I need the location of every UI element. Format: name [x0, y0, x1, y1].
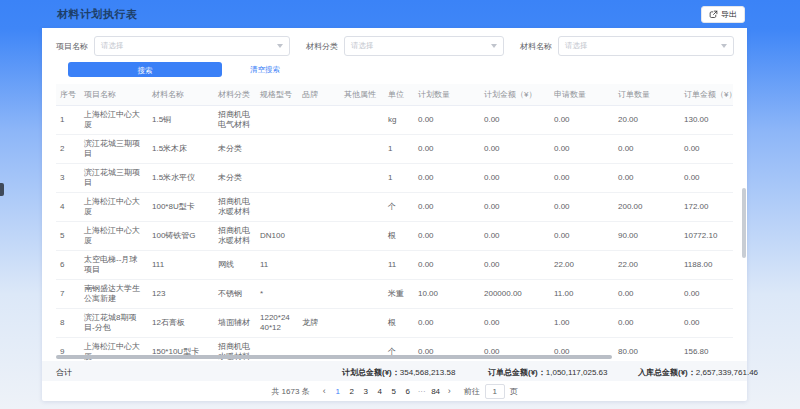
chevron-down-icon [491, 44, 497, 48]
table-cell: 0.00 [414, 251, 480, 280]
pagination-pages: 123456···84 [331, 384, 443, 398]
table-cell: 1188.00 [680, 251, 733, 280]
table-cell: 上海松江中心大厦 [80, 193, 148, 222]
column-header: 品牌 [298, 84, 340, 106]
table-cell: kg [384, 106, 414, 135]
filter-project-name: 项目名称 请选择 [56, 36, 290, 56]
table-cell: 5 [56, 222, 80, 251]
page-title: 材料计划执行表 [57, 7, 138, 22]
table-cell: 1.5铜 [148, 106, 214, 135]
horizontal-scrollbar-thumb[interactable] [56, 355, 612, 359]
table-cell: * [256, 280, 298, 309]
page-ellipsis[interactable]: ··· [415, 384, 429, 398]
table-cell [298, 193, 340, 222]
table-row: 7南钢盛达大学生公寓新建123不锈钢*米重10.00200000.0011.00… [56, 280, 733, 309]
table-cell: 0.00 [680, 135, 733, 164]
table-cell [298, 251, 340, 280]
export-button[interactable]: 导出 [701, 6, 745, 23]
search-button[interactable]: 搜索 [68, 62, 222, 77]
page-button-2[interactable]: 2 [345, 384, 359, 398]
material-category-select[interactable]: 请选择 [344, 36, 504, 56]
table-cell: 0.00 [480, 164, 550, 193]
table-cell: 4 [56, 193, 80, 222]
table-cell: 10772.10 [680, 222, 733, 251]
project-name-label: 项目名称 [56, 41, 88, 52]
table-header-row: 序号项目名称材料名称材料分类规格型号品牌其他属性单位计划数量计划金额（¥）申请数… [56, 84, 733, 106]
table-cell: 0.00 [550, 106, 614, 135]
table-cell: 0.00 [550, 222, 614, 251]
table-row: 5上海松江中心大厦100铸铁管G招商机电水暖材料DN100根0.000.000.… [56, 222, 733, 251]
table-cell [298, 280, 340, 309]
table-cell: 未分类 [214, 135, 256, 164]
page-button-6[interactable]: 6 [401, 384, 415, 398]
next-page-button[interactable]: › [445, 386, 454, 396]
table-cell: 111 [148, 251, 214, 280]
sidebar-collapse-handle[interactable] [0, 183, 4, 196]
totals-row: 合计 计划总金额(¥)：354,568,213.58 订单总金额(¥)：1,05… [42, 361, 747, 381]
table-cell: 0.00 [680, 164, 733, 193]
vertical-scrollbar-thumb[interactable] [742, 188, 746, 258]
table-cell: 南钢盛达大学生公寓新建 [80, 280, 148, 309]
table-cell: 招商机电电气材料 [214, 106, 256, 135]
table-cell: 龙牌 [298, 309, 340, 338]
table-cell: 太空电梯--月球项目 [80, 251, 148, 280]
column-header: 项目名称 [80, 84, 148, 106]
table-row: 8滨江花城8期项目-分包12石膏板墙面辅材1220*2440*12龙牌根0.00… [56, 309, 733, 338]
page-button-84[interactable]: 84 [429, 384, 443, 398]
project-name-select[interactable]: 请选择 [94, 36, 290, 56]
table-cell: 上海松江中心大厦 [80, 222, 148, 251]
table-cell [340, 222, 384, 251]
order-total-value: 1,050,117,025.63 [546, 368, 608, 377]
select-placeholder: 请选择 [565, 41, 588, 51]
page-button-3[interactable]: 3 [359, 384, 373, 398]
prev-page-button[interactable]: ‹ [320, 386, 329, 396]
material-name-label: 材料名称 [520, 41, 552, 52]
page-button-1[interactable]: 1 [331, 384, 345, 398]
table-cell: 根 [384, 309, 414, 338]
export-icon [709, 10, 718, 19]
table-cell: 0.00 [414, 135, 480, 164]
table-row: 4上海松江中心大厦100*8U型卡招商机电水暖材料个0.000.000.0020… [56, 193, 733, 222]
pagination-total-count: 共 1673 条 [271, 386, 309, 397]
inbound-total-label: 入库总金额(¥)： [638, 368, 696, 377]
table-cell: 0.00 [680, 280, 733, 309]
column-header: 规格型号 [256, 84, 298, 106]
table-cell: 0.00 [480, 135, 550, 164]
table-cell: 200.00 [614, 193, 680, 222]
material-name-select[interactable]: 请选择 [558, 36, 734, 56]
table-cell: 招商机电水暖材料 [214, 193, 256, 222]
table-cell: 上海松江中心大厦 [80, 106, 148, 135]
table-cell: 0.00 [614, 135, 680, 164]
table-cell: 0.00 [550, 164, 614, 193]
plan-total-value: 354,568,213.58 [400, 368, 456, 377]
table-cell: 11.00 [550, 280, 614, 309]
table-cell: 滨江花城三期项目 [80, 135, 148, 164]
table-cell: 0.00 [680, 309, 733, 338]
table-cell: 0.00 [480, 309, 550, 338]
table-cell [298, 164, 340, 193]
page-button-5[interactable]: 5 [387, 384, 401, 398]
column-header: 订单金额（¥） [680, 84, 733, 106]
chevron-down-icon [277, 44, 283, 48]
table-cell [340, 251, 384, 280]
table-cell [256, 164, 298, 193]
table-cell: 1 [56, 106, 80, 135]
column-header: 计划金额（¥） [480, 84, 550, 106]
table-cell: 200000.00 [480, 280, 550, 309]
export-label: 导出 [721, 9, 737, 20]
table-cell [340, 193, 384, 222]
order-total-label: 订单总金额(¥)： [488, 368, 546, 377]
plan-total-label: 计划总金额(¥)： [342, 368, 400, 377]
page-button-4[interactable]: 4 [373, 384, 387, 398]
table-cell: 11 [384, 251, 414, 280]
table-cell: 90.00 [614, 222, 680, 251]
table-cell: 滨江花城三期项目 [80, 164, 148, 193]
table-cell: 0.00 [550, 193, 614, 222]
goto-page-input[interactable] [485, 384, 505, 399]
table-cell: 0.00 [550, 135, 614, 164]
table-row: 3滨江花城三期项目1.5米水平仪未分类10.000.000.000.000.00 [56, 164, 733, 193]
table-cell: 根 [384, 222, 414, 251]
totals-label: 合计 [56, 367, 72, 378]
table-cell: 130.00 [680, 106, 733, 135]
clear-search-button[interactable]: 清空搜索 [244, 64, 286, 76]
